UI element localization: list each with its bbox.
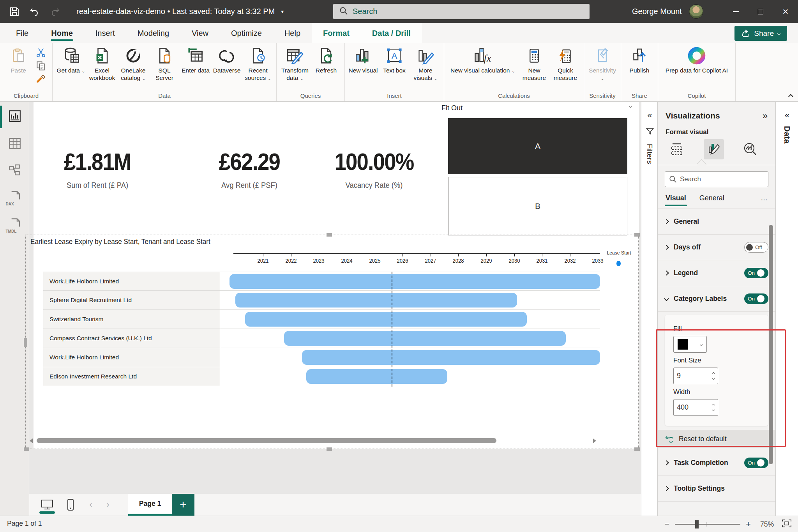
redo-icon[interactable] bbox=[49, 6, 61, 18]
copy-icon[interactable] bbox=[35, 60, 47, 71]
fit-to-page-icon[interactable] bbox=[782, 519, 792, 530]
font-size-input[interactable] bbox=[677, 372, 704, 380]
tab-general[interactable]: General bbox=[699, 194, 724, 206]
analytics-tab-icon[interactable] bbox=[740, 139, 761, 159]
transform-data-button[interactable]: Transform data ⌄ bbox=[280, 46, 310, 82]
panel-scrollbar[interactable] bbox=[769, 225, 773, 464]
legend-toggle[interactable]: On bbox=[744, 268, 768, 278]
sidebar-item-report-view[interactable] bbox=[0, 105, 29, 129]
width-stepper[interactable] bbox=[673, 399, 718, 416]
expand-data-icon[interactable]: « bbox=[776, 110, 798, 120]
gantt-horizontal-scrollbar[interactable] bbox=[29, 437, 598, 445]
gantt-row[interactable]: Switzerland Tourism bbox=[43, 310, 600, 329]
maximize-button[interactable] bbox=[748, 0, 773, 23]
lease-bar[interactable] bbox=[245, 312, 527, 327]
sidebar-item-dax-query-view[interactable]: DAX bbox=[0, 187, 29, 211]
sidebar-item-tmdl-view[interactable]: TMDL bbox=[0, 214, 29, 238]
cut-icon[interactable] bbox=[35, 47, 47, 58]
scroll-left-icon[interactable] bbox=[30, 438, 33, 443]
kpi-card[interactable]: 100.00%Vacancy Rate (%) bbox=[292, 148, 456, 190]
ribbon-tab-format[interactable]: Format bbox=[312, 23, 361, 43]
global-search[interactable] bbox=[333, 4, 590, 19]
user-avatar[interactable] bbox=[689, 4, 703, 19]
ribbon-tab-view[interactable]: View bbox=[180, 23, 220, 43]
font-size-stepper[interactable] bbox=[673, 368, 718, 384]
format-section-legend[interactable]: LegendOn bbox=[658, 260, 775, 286]
account-area[interactable]: George Mount bbox=[632, 0, 703, 23]
desktop-layout-icon[interactable] bbox=[35, 494, 59, 516]
more-options-icon[interactable]: … bbox=[761, 194, 768, 206]
format-section-task-completion[interactable]: Task CompletionOn bbox=[658, 450, 775, 476]
dataverse-button[interactable]: Dataverse bbox=[212, 46, 242, 74]
resize-handle-top-right[interactable] bbox=[634, 233, 640, 237]
scroll-right-icon[interactable] bbox=[593, 438, 596, 443]
fit-out-visual[interactable]: Fit Out A B bbox=[438, 104, 637, 112]
gantt-row[interactable]: Edison Investment Research Ltd bbox=[43, 367, 600, 386]
zoom-slider-handle[interactable] bbox=[695, 520, 699, 528]
format-section-tooltip-settings[interactable]: Tooltip Settings bbox=[658, 476, 775, 502]
quick-measure-button[interactable]: Quick measure bbox=[550, 46, 581, 82]
gantt-row[interactable]: Work.Life Holborn Limited bbox=[43, 348, 600, 367]
enter-data-button[interactable]: Enter data bbox=[180, 46, 211, 74]
previous-page-icon[interactable]: ‹ bbox=[82, 494, 99, 516]
publish-button[interactable]: Publish bbox=[624, 46, 655, 74]
fit-out-option-a[interactable]: A bbox=[448, 118, 627, 174]
zoom-out-icon[interactable]: − bbox=[664, 519, 669, 529]
next-page-icon[interactable]: › bbox=[99, 494, 117, 516]
prep-data-for-copilot-ai-button[interactable]: Prep data for Copilot AI bbox=[661, 46, 732, 74]
lease-bar[interactable] bbox=[230, 274, 600, 289]
more-visuals-button[interactable]: More visuals ⌄ bbox=[410, 46, 441, 82]
width-input[interactable] bbox=[677, 403, 704, 412]
fit-out-option-b[interactable]: B bbox=[448, 177, 627, 235]
increment-icon[interactable] bbox=[712, 372, 715, 375]
collapse-visualizations-icon[interactable]: » bbox=[763, 110, 768, 121]
new-visual-calculation-button[interactable]: fxNew visual calculation ⌄ bbox=[447, 46, 518, 74]
resize-handle-bottom-right[interactable] bbox=[634, 447, 640, 451]
sensitivity-button[interactable]: Sensitivity ⌄ bbox=[587, 46, 618, 82]
paste-button[interactable]: Paste bbox=[3, 46, 34, 74]
fill-color-dropdown[interactable] bbox=[673, 336, 707, 353]
data-panel-label[interactable]: Data bbox=[782, 126, 792, 144]
category-labels-toggle[interactable]: On bbox=[744, 293, 768, 304]
minimize-button[interactable] bbox=[723, 0, 748, 23]
ribbon-tab-insert[interactable]: Insert bbox=[84, 23, 126, 43]
format-visual-tab-icon[interactable] bbox=[704, 139, 724, 159]
scrollbar-thumb[interactable] bbox=[37, 438, 496, 443]
save-icon[interactable] bbox=[9, 6, 20, 18]
resize-handle-bottom-left[interactable] bbox=[24, 447, 29, 451]
ribbon-tab-help[interactable]: Help bbox=[273, 23, 312, 43]
search-input[interactable] bbox=[353, 7, 563, 16]
tab-visual[interactable]: Visual bbox=[666, 194, 686, 206]
task-completion-toggle[interactable]: On bbox=[744, 458, 768, 468]
format-search-box[interactable] bbox=[665, 171, 768, 187]
zoom-in-icon[interactable]: + bbox=[746, 519, 751, 529]
ribbon-tab-optimize[interactable]: Optimize bbox=[220, 23, 273, 43]
format-search-input[interactable] bbox=[680, 175, 758, 183]
lease-bar[interactable] bbox=[284, 331, 566, 346]
new-measure-button[interactable]: New measure bbox=[519, 46, 549, 82]
resize-handle-top[interactable] bbox=[327, 233, 332, 237]
collapse-ribbon-icon[interactable] bbox=[788, 94, 793, 99]
filter-funnel-icon[interactable] bbox=[641, 127, 658, 138]
kpi-card[interactable]: £1.81MSum of Rent (£ PA) bbox=[16, 148, 179, 190]
ribbon-tab-modeling[interactable]: Modeling bbox=[126, 23, 180, 43]
days-off-toggle[interactable]: Off bbox=[744, 242, 768, 253]
format-section-general[interactable]: General bbox=[658, 209, 775, 235]
excel-workbook-button[interactable]: Excel workbook bbox=[87, 46, 117, 82]
lease-bar[interactable] bbox=[235, 293, 517, 308]
resize-handle-bottom[interactable] bbox=[327, 447, 332, 451]
text-box-button[interactable]: AText box bbox=[379, 46, 410, 74]
new-visual-button[interactable]: New visual bbox=[348, 46, 378, 74]
sql-server-button[interactable]: SQL Server bbox=[149, 46, 180, 82]
close-button[interactable]: ✕ bbox=[773, 0, 798, 23]
recent-sources-button[interactable]: Recent sources ⌄ bbox=[243, 46, 273, 82]
gantt-row[interactable]: Compass Contract Services (U.K.) Ltd bbox=[43, 329, 600, 348]
format-section-days-off[interactable]: Days offOff bbox=[658, 235, 775, 260]
decrement-icon[interactable] bbox=[712, 408, 715, 411]
build-visual-tab-icon[interactable] bbox=[667, 139, 687, 159]
gantt-visual[interactable]: Earliest Lease Expiry by Lease Start, Te… bbox=[25, 235, 639, 449]
share-button[interactable]: Share bbox=[734, 26, 787, 41]
decrement-icon[interactable] bbox=[712, 376, 715, 380]
format-section-category-labels[interactable]: Category LabelsOn bbox=[658, 286, 775, 312]
page-tab[interactable]: Page 1 bbox=[128, 494, 172, 516]
